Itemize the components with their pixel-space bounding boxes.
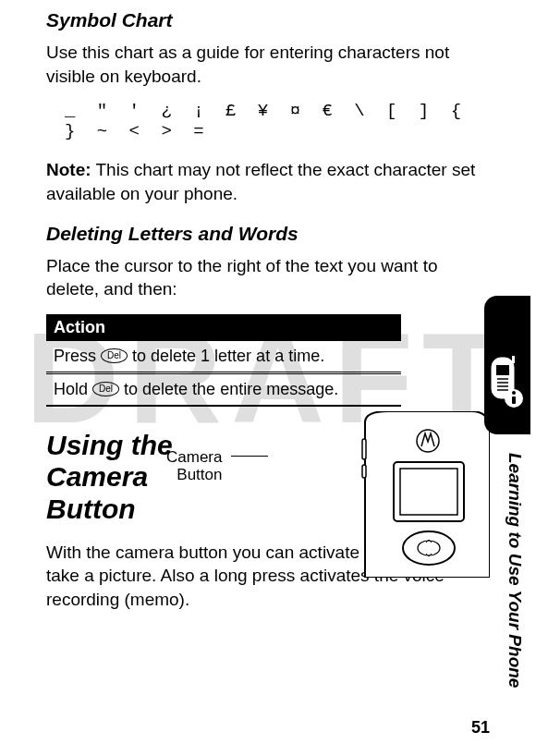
svg-point-6 — [418, 541, 440, 555]
svg-rect-0 — [362, 439, 366, 459]
section-vertical-label: Learning to Use Your Phone — [505, 453, 525, 688]
row2-post: to delete the entire message. — [119, 380, 338, 398]
table-row: Hold Del to delete the entire message. — [46, 372, 401, 405]
row2-pre: Hold — [54, 380, 92, 398]
svg-point-15 — [512, 391, 516, 395]
phone-info-icon — [486, 356, 527, 409]
symbol-chart-heading: Symbol Chart — [46, 9, 490, 31]
camera-button-label: Camera Button — [166, 448, 222, 484]
symbol-row: _ " ' ¿ ¡ £ ¥ ¤ € \ [ ] { } ~ < > = — [46, 101, 490, 141]
camera-label-line — [231, 456, 268, 457]
camera-label-line2: Button — [177, 466, 222, 483]
del-key-icon: Del — [101, 348, 128, 363]
page-number: 51 — [471, 718, 490, 738]
symbol-chart-note: Note: This chart may not reflect the exa… — [46, 158, 490, 205]
svg-rect-1 — [362, 465, 366, 478]
camera-label-line1: Camera — [166, 448, 222, 466]
phone-illustration — [333, 411, 490, 578]
row1-post: to delete 1 letter at a time. — [128, 347, 324, 365]
note-body: This chart may not reflect the exact cha… — [46, 160, 475, 203]
svg-rect-8 — [496, 365, 509, 375]
svg-rect-4 — [400, 469, 457, 515]
page-content: Symbol Chart Use this chart as a guide f… — [0, 0, 536, 612]
svg-rect-16 — [512, 396, 516, 404]
phone-illustration-wrap: Camera Button — [240, 411, 490, 578]
del-key-icon: Del — [92, 382, 119, 396]
action-table-header: Action — [46, 314, 401, 341]
note-label: Note: — [46, 160, 91, 179]
svg-rect-13 — [512, 356, 515, 363]
deleting-intro: Place the cursor to the right of the tex… — [46, 254, 490, 301]
action-table: Action Press Del to delete 1 letter at a… — [46, 314, 401, 406]
table-row: Press Del to delete 1 letter at a time. — [46, 341, 401, 373]
symbol-chart-intro: Use this chart as a guide for entering c… — [46, 41, 490, 88]
row1-pre: Press — [54, 347, 101, 365]
deleting-heading: Deleting Letters and Words — [46, 223, 490, 245]
